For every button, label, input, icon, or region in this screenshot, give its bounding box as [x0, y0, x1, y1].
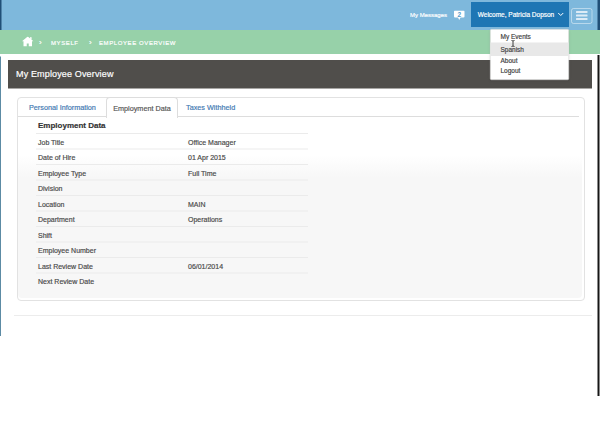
svg-text:2: 2 [457, 11, 461, 18]
